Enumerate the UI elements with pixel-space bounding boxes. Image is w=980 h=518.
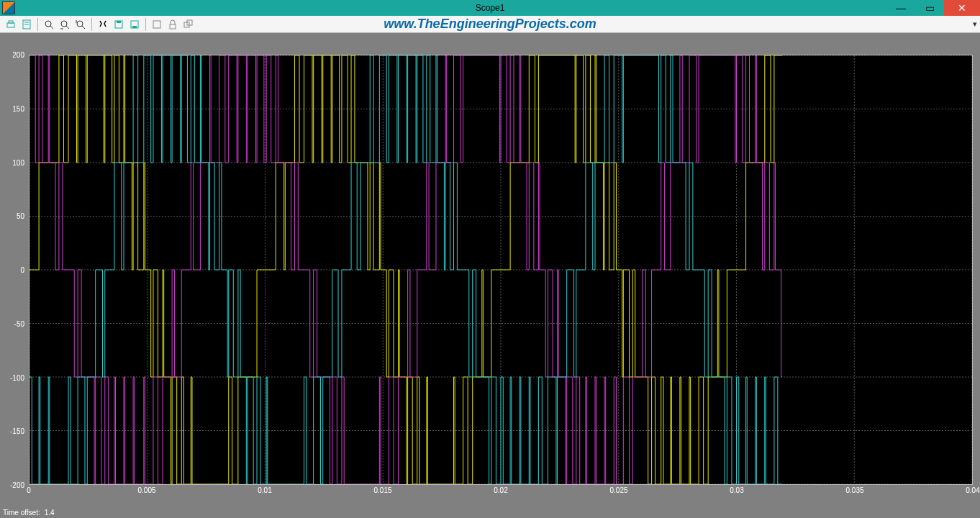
separator (145, 18, 146, 31)
y-axis-ticks: -200-150-100-50050100150200 (0, 55, 27, 485)
y-tick-label: -50 (14, 319, 24, 327)
zoom-icon[interactable] (42, 17, 56, 32)
svg-rect-0 (7, 23, 14, 27)
svg-point-10 (77, 21, 83, 27)
highlight-icon[interactable] (150, 17, 164, 32)
float-icon[interactable] (181, 17, 196, 32)
svg-rect-16 (132, 26, 137, 28)
zoom-y-icon[interactable] (73, 17, 88, 32)
autoscale-icon[interactable] (96, 17, 110, 32)
svg-point-7 (61, 21, 67, 27)
x-tick-label: 0 (27, 486, 31, 494)
y-tick-label: -150 (10, 427, 24, 435)
titlebar: Scope1 — ▭ ✕ (0, 0, 980, 16)
save-config-icon[interactable] (112, 17, 126, 32)
y-tick-label: 150 (12, 104, 24, 112)
lock-icon[interactable] (165, 17, 180, 32)
zoom-x-icon[interactable] (58, 17, 72, 32)
time-offset-label: Time offset: (3, 509, 40, 517)
svg-rect-18 (170, 24, 176, 29)
y-tick-label: 200 (12, 51, 24, 59)
x-axis-ticks: 00.0050.010.0150.020.0250.030.0350.04 (29, 486, 973, 496)
time-offset-value: 1.4 (45, 509, 55, 517)
y-tick-label: 50 (17, 212, 24, 220)
restore-config-icon[interactable] (127, 17, 142, 32)
x-tick-label: 0.04 (966, 486, 979, 494)
y-tick-label: 0 (20, 266, 24, 274)
plot-area: -200-150-100-50050100150200 00.0050.010.… (0, 33, 980, 506)
watermark-text: www.TheEngineeringProjects.com (0, 17, 980, 32)
svg-rect-1 (9, 21, 13, 23)
separator (91, 18, 92, 31)
y-tick-label: -100 (10, 373, 24, 381)
toolbar: www.TheEngineeringProjects.com ▾ (0, 16, 980, 33)
scope-plot[interactable] (29, 55, 973, 485)
x-tick-label: 0.01 (258, 486, 271, 494)
print-icon[interactable] (4, 17, 18, 32)
svg-line-8 (66, 26, 69, 29)
x-tick-label: 0.025 (609, 486, 627, 494)
svg-point-5 (45, 21, 51, 27)
svg-line-6 (50, 26, 53, 29)
window-title: Scope1 (0, 3, 980, 13)
svg-rect-17 (153, 21, 160, 28)
x-tick-label: 0.035 (845, 486, 863, 494)
y-tick-label: -200 (10, 481, 24, 489)
x-tick-label: 0.03 (730, 486, 743, 494)
x-tick-label: 0.015 (373, 486, 391, 494)
y-tick-label: 100 (12, 158, 24, 166)
toolbar-overflow-icon[interactable]: ▾ (973, 19, 977, 29)
statusbar: Time offset: 1.4 (0, 506, 980, 518)
parameters-icon[interactable] (19, 17, 34, 32)
x-tick-label: 0.02 (494, 486, 507, 494)
x-tick-label: 0.005 (137, 486, 155, 494)
svg-rect-14 (117, 21, 121, 23)
svg-line-11 (82, 26, 85, 29)
separator (37, 18, 38, 31)
